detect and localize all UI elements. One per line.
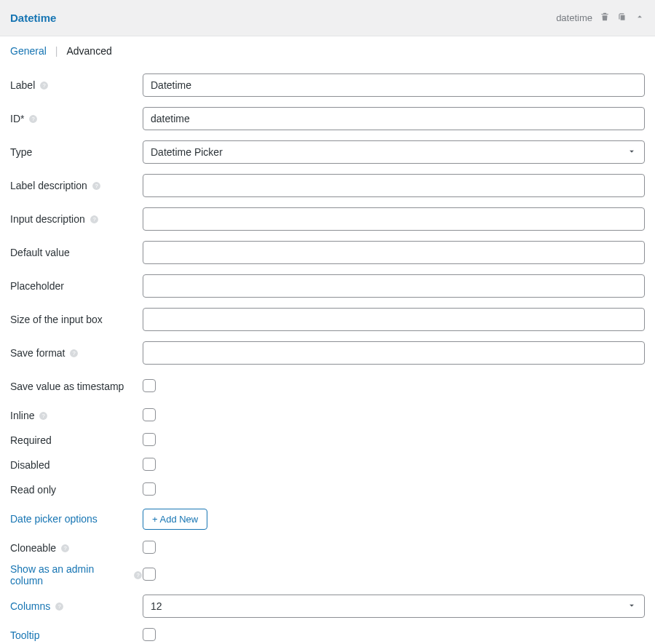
svg-text:?: ?: [92, 216, 95, 223]
collapse-icon[interactable]: [635, 12, 645, 24]
id-input[interactable]: [143, 107, 645, 130]
size-input[interactable]: [143, 308, 645, 331]
svg-text:?: ?: [73, 350, 76, 357]
label-text: Type: [10, 146, 32, 158]
readonly-checkbox[interactable]: [143, 482, 156, 496]
row-default-value: Default value: [10, 236, 645, 269]
label-date-options[interactable]: Date picker options: [10, 513, 143, 525]
tab-separator: |: [55, 45, 58, 57]
row-input-desc: Input description ?: [10, 202, 645, 236]
label-text: Size of the input box: [10, 314, 103, 325]
row-type: Type Datetime Picker: [10, 135, 645, 169]
tab-advanced[interactable]: Advanced: [66, 45, 111, 57]
save-format-input[interactable]: [143, 341, 645, 365]
label-tooltip[interactable]: Tooltip: [10, 629, 143, 641]
cloneable-checkbox[interactable]: [143, 541, 156, 554]
chevron-down-icon: [627, 146, 637, 159]
tooltip-checkbox[interactable]: [143, 628, 156, 641]
tab-general[interactable]: General: [10, 45, 47, 57]
tab-bar: General | Advanced: [0, 36, 655, 64]
help-icon[interactable]: ?: [28, 114, 38, 124]
panel-title: Datetime: [10, 12, 56, 24]
label-size: Size of the input box: [10, 314, 143, 325]
label-input[interactable]: [143, 73, 645, 97]
label-text: Label description: [10, 180, 87, 191]
svg-text:?: ?: [42, 413, 45, 419]
svg-text:?: ?: [95, 183, 98, 189]
input-desc-input[interactable]: [143, 207, 645, 231]
row-inline: Inline ?: [10, 403, 645, 428]
label-input-desc: Input description ?: [10, 213, 143, 225]
inline-checkbox[interactable]: [143, 408, 156, 421]
help-icon[interactable]: ?: [90, 215, 99, 224]
panel-header: Datetime datetime: [0, 0, 655, 36]
svg-text:?: ?: [32, 116, 35, 122]
label-text: Input description: [10, 213, 85, 225]
save-ts-checkbox[interactable]: [143, 379, 156, 392]
label-desc-input[interactable]: [143, 174, 645, 197]
help-icon[interactable]: ?: [92, 181, 101, 191]
help-icon[interactable]: ?: [133, 571, 143, 580]
form-body: Label ? ID* ? Type Datetime Picker Label…: [0, 64, 655, 644]
label-columns[interactable]: Columns ?: [10, 600, 143, 612]
help-icon[interactable]: ?: [39, 411, 48, 421]
disabled-checkbox[interactable]: [143, 458, 156, 471]
label-required: Required: [10, 434, 143, 446]
row-size: Size of the input box: [10, 303, 645, 336]
row-placeholder: Placeholder: [10, 269, 645, 303]
label-inline: Inline ?: [10, 410, 143, 421]
svg-text:?: ?: [58, 603, 61, 610]
row-disabled: Disabled: [10, 453, 645, 477]
placeholder-input[interactable]: [143, 274, 645, 298]
label-text: Columns: [10, 600, 50, 612]
label-text: Disabled: [10, 459, 49, 471]
row-readonly: Read only: [10, 477, 645, 502]
label-text: Default value: [10, 247, 70, 258]
label-text: Show as an admin column: [10, 563, 129, 587]
label-save-format: Save format ?: [10, 347, 143, 359]
label-admin-col[interactable]: Show as an admin column ?: [10, 563, 143, 587]
label-text: Required: [10, 434, 52, 446]
required-checkbox[interactable]: [143, 433, 156, 446]
label-label-desc: Label description ?: [10, 180, 143, 191]
row-admin-col: Show as an admin column ?: [10, 560, 645, 589]
help-icon[interactable]: ?: [69, 349, 79, 358]
admin-col-checkbox[interactable]: [143, 568, 156, 581]
label-text: Date picker options: [10, 513, 98, 525]
row-save-format: Save format ?: [10, 336, 645, 370]
row-id: ID* ?: [10, 102, 645, 135]
panel-slug: datetime: [556, 12, 592, 23]
row-date-options: Date picker options + Add New: [10, 502, 645, 536]
help-icon[interactable]: ?: [60, 544, 70, 553]
help-icon[interactable]: ?: [39, 81, 49, 90]
svg-text:?: ?: [136, 572, 139, 579]
label-save-ts: Save value as timestamp: [10, 381, 143, 392]
label-text: Cloneable: [10, 542, 56, 554]
trash-icon[interactable]: [600, 12, 610, 24]
label-id: ID* ?: [10, 113, 143, 124]
default-value-input[interactable]: [143, 241, 645, 264]
add-new-button[interactable]: + Add New: [143, 509, 207, 530]
label-cloneable: Cloneable ?: [10, 542, 143, 554]
svg-text:?: ?: [63, 545, 66, 552]
row-required: Required: [10, 428, 645, 453]
row-save-ts: Save value as timestamp: [10, 370, 645, 403]
label-text: ID*: [10, 113, 24, 124]
label-text: Read only: [10, 484, 56, 496]
duplicate-icon[interactable]: [617, 12, 627, 24]
columns-select[interactable]: 12: [143, 595, 645, 618]
label-placeholder: Placeholder: [10, 280, 143, 292]
label-disabled: Disabled: [10, 459, 143, 471]
label-text: Placeholder: [10, 280, 64, 292]
select-value: 12: [151, 600, 162, 612]
type-select[interactable]: Datetime Picker: [143, 140, 645, 164]
label-label: Label ?: [10, 79, 143, 91]
svg-text:?: ?: [43, 82, 46, 89]
label-text: Label: [10, 79, 35, 91]
select-value: Datetime Picker: [151, 146, 223, 158]
label-text: Tooltip: [10, 629, 39, 641]
help-icon[interactable]: ?: [55, 602, 64, 611]
label-readonly: Read only: [10, 484, 143, 496]
label-text: Inline: [10, 410, 34, 421]
row-tooltip: Tooltip: [10, 623, 645, 644]
